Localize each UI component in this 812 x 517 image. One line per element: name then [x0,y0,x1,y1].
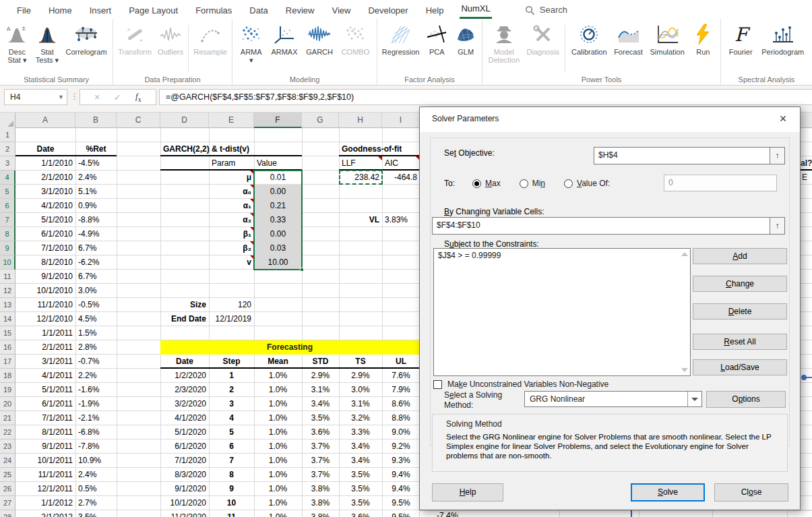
cell-F21[interactable]: 1.0% [254,411,302,425]
cell-B8[interactable]: -4.9% [75,227,117,241]
cell-G24[interactable]: 3.7% [302,454,339,468]
cell-H23[interactable]: 3.4% [339,439,382,454]
cell-B9[interactable]: 6.7% [75,241,117,255]
cell-A20[interactable]: 6/1/2011 [15,397,75,411]
cell-A5[interactable]: 3/1/2010 [15,185,75,199]
non-negative-checkbox[interactable] [433,380,442,389]
cell-B15[interactable]: 1.5% [75,326,117,340]
radio-min-icon[interactable] [520,179,528,188]
row-header-8[interactable]: 8 [0,227,15,241]
cell-D23[interactable]: 6/1/2020 [160,439,209,454]
cell-H22[interactable]: 3.3% [339,425,382,439]
cell-G27[interactable]: 3.8% [302,496,339,510]
cell-E13[interactable]: 120 [209,298,254,312]
cell-D14[interactable]: End Date [160,312,209,326]
cell-B10[interactable]: -6.2% [75,255,117,270]
cell-A16[interactable]: 2/1/2011 [15,340,75,355]
cell-I26[interactable]: 9.4% [382,482,420,496]
cell-F6[interactable]: 0.21 [254,199,302,213]
ribbon-button-glm[interactable]: GLM [453,22,478,56]
ribbon-tab-formulas[interactable]: Formulas [194,2,233,19]
ribbon-tab-help[interactable]: Help [425,2,445,19]
cell-A23[interactable]: 9/1/2011 [15,439,75,454]
cell-B6[interactable]: 0.9% [75,199,117,213]
cell-partial-value[interactable]: E [802,171,812,185]
row-header-12[interactable]: 12 [0,284,15,298]
cell-E10[interactable]: v [209,255,254,270]
ribbon-tab-data[interactable]: Data [248,2,269,19]
cell-F23[interactable]: 1.0% [254,439,302,454]
ribbon-button-garch[interactable]: GARCH [305,22,334,56]
column-header-e[interactable]: E [209,113,254,128]
cell-I28[interactable]: 9.5% [382,510,420,517]
cell-E6[interactable]: α₁ [209,199,254,213]
cell-D19[interactable]: 2/3/2020 [160,383,209,397]
row-header-7[interactable]: 7 [0,213,15,227]
cell-E14[interactable]: 12/1/2019 [209,312,254,326]
cell-A14[interactable]: 12/1/2010 [15,312,75,326]
row-header-10[interactable]: 10 [0,255,15,270]
cell-G28[interactable]: 3.8% [302,510,339,517]
row-header-25[interactable]: 25 [0,468,15,482]
radio-min[interactable]: Min [520,179,545,188]
scroll-up-icon[interactable] [681,252,688,256]
cell-E17[interactable]: Step [209,355,254,369]
cell-B16[interactable]: 2.8% [75,340,117,355]
cell-D2[interactable]: GARCH(2,2) & t-dist(v) [160,142,302,156]
cell-A24[interactable]: 10/1/2011 [15,454,75,468]
ribbon-button-armax[interactable]: ARMAX [270,22,299,56]
cell-H28[interactable]: 3.6% [339,510,382,517]
search-box[interactable]: Search [525,1,567,19]
cell-A27[interactable]: 1/1/2012 [15,496,75,510]
cell-A25[interactable]: 11/1/2011 [15,468,75,482]
ribbon-button-fourier[interactable]: FFourier [728,22,754,56]
constraint-item[interactable]: $J$4 > = 0.99999 [434,249,690,262]
cell-I19[interactable]: 7.9% [382,383,420,397]
name-box[interactable]: H4▼ [4,89,67,105]
ribbon-button-stat-tests[interactable]: StatTests ▾ [34,22,60,64]
cell-E18[interactable]: 1 [209,369,254,383]
cell-B22[interactable]: -6.8% [75,425,117,439]
ribbon-tab-view[interactable]: View [330,2,352,19]
cell-B17[interactable]: -0.7% [75,355,117,369]
cell-B12[interactable]: 3.0% [75,284,117,298]
cell-E28[interactable]: 11 [209,510,254,517]
cell-E20[interactable]: 3 [209,397,254,411]
row-header-26[interactable]: 26 [0,482,15,496]
dialog-titlebar[interactable]: Solver Parameters × [420,107,800,132]
radio-max[interactable]: Max [472,179,501,188]
cell-I4[interactable]: -464.8 [382,171,420,185]
cell-B11[interactable]: 6.7% [75,270,117,284]
cell-A11[interactable]: 9/1/2010 [15,270,75,284]
cell-G25[interactable]: 3.7% [302,468,339,482]
row-header-27[interactable]: 27 [0,496,15,510]
cell-H24[interactable]: 3.4% [339,454,382,468]
cell-H19[interactable]: 3.0% [339,383,382,397]
cell-I18[interactable]: 7.6% [382,369,420,383]
row-header-3[interactable]: 3 [0,156,15,171]
cell-E26[interactable]: 9 [209,482,254,496]
cell-E24[interactable]: 7 [209,454,254,468]
column-header-c[interactable]: C [117,113,160,128]
cell-E25[interactable]: 8 [209,468,254,482]
ribbon-button-forecast[interactable]: Forecast [613,22,644,56]
cell-B21[interactable]: -2.1% [75,411,117,425]
cell-F18[interactable]: 1.0% [254,369,302,383]
ribbon-button-correlogram[interactable]: Correlogram [64,22,108,56]
ribbon-button-calibration[interactable]: Calibration [570,22,608,56]
cell-E23[interactable]: 6 [209,439,254,454]
cell-I23[interactable]: 9.2% [382,439,420,454]
cell-H17[interactable]: TS [339,355,382,369]
row-header-20[interactable]: 20 [0,397,15,411]
ribbon-tab-numxl[interactable]: NumXL [460,0,491,19]
cell-A6[interactable]: 4/1/2010 [15,199,75,213]
cell-I22[interactable]: 9.0% [382,425,420,439]
cell-H25[interactable]: 3.5% [339,468,382,482]
cell-D24[interactable]: 7/1/2020 [160,454,209,468]
cell-H21[interactable]: 3.2% [339,411,382,425]
cell-F27[interactable]: 1.0% [254,496,302,510]
cell-D28[interactable]: 11/2/2020 [160,510,209,517]
cell-I24[interactable]: 9.3% [382,454,420,468]
cell-A22[interactable]: 8/1/2011 [15,425,75,439]
column-header-b[interactable]: B [75,113,117,128]
